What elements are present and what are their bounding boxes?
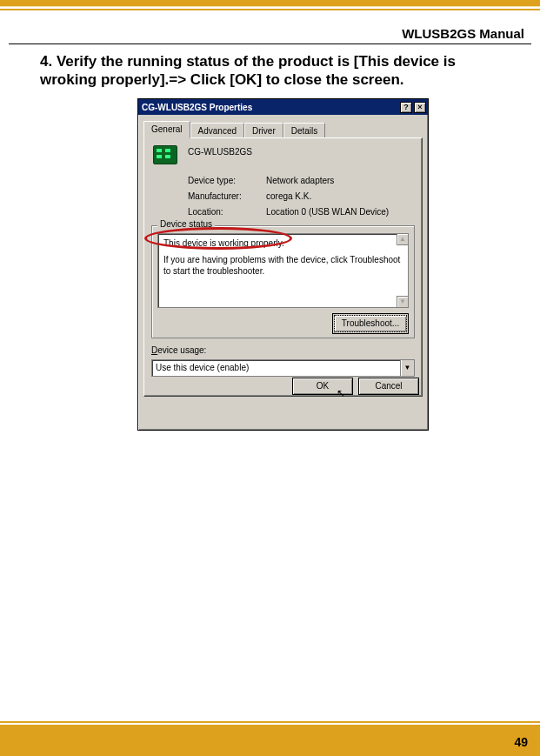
- cancel-button[interactable]: Cancel: [358, 378, 419, 395]
- tab-details[interactable]: Details: [283, 123, 326, 138]
- page-number: 49: [514, 735, 528, 749]
- tab-advanced[interactable]: Advanced: [190, 123, 244, 138]
- instruction-text: 4. Verify the running status of the prod…: [40, 52, 514, 90]
- header-rule: [9, 43, 531, 44]
- device-usage-select[interactable]: Use this device (enable) ▼: [151, 359, 415, 377]
- network-adapter-icon: [153, 145, 177, 164]
- device-usage-label: Device usage:: [151, 345, 206, 355]
- manual-title: WLUSB2GS Manual: [402, 26, 524, 41]
- device-status-textbox[interactable]: This device is working properly. If you …: [157, 233, 409, 308]
- close-button[interactable]: ×: [414, 102, 426, 113]
- scroll-up-icon[interactable]: ▲: [397, 233, 409, 245]
- tab-general[interactable]: General: [143, 121, 190, 138]
- top-border-band: [0, 0, 540, 7]
- tab-panel-general: CG-WLUSB2GS Device type: Network adapter…: [143, 137, 423, 397]
- device-name-label: CG-WLUSB2GS: [188, 147, 252, 157]
- chevron-down-icon[interactable]: ▼: [400, 360, 414, 376]
- troubleshoot-button[interactable]: Troubleshoot...: [334, 315, 407, 332]
- location-label: Location:: [188, 204, 266, 220]
- cursor-icon: ↖: [337, 385, 345, 401]
- device-type-label: Device type:: [188, 173, 266, 189]
- window-title: CG-WLUSB2GS Properties: [142, 103, 398, 112]
- manufacturer-label: Manufacturer:: [188, 189, 266, 204]
- location-value: Location 0 (USB WLAN Device): [266, 204, 389, 220]
- manual-page: WLUSB2GS Manual 4. Verify the running st…: [0, 0, 540, 756]
- bottom-border-line: [0, 721, 540, 723]
- device-info: Device type: Network adapters Manufactur…: [188, 173, 389, 220]
- help-button[interactable]: ?: [400, 102, 412, 113]
- titlebar[interactable]: CG-WLUSB2GS Properties ? ×: [138, 99, 428, 115]
- device-status-group: Device status This device is working pro…: [151, 225, 415, 338]
- device-type-value: Network adapters: [266, 173, 334, 189]
- tab-driver[interactable]: Driver: [244, 123, 283, 138]
- device-usage-value: Use this device (enable): [156, 363, 249, 372]
- device-status-line2: If you are having problems with the devi…: [163, 254, 404, 277]
- device-usage-label-post: evice usage:: [157, 345, 206, 355]
- device-status-caption: Device status: [157, 219, 215, 229]
- device-status-line1: This device is working properly.: [163, 238, 404, 249]
- scroll-down-icon[interactable]: ▼: [397, 296, 409, 308]
- ok-button-label: OK: [317, 381, 329, 391]
- dialog-actions: OK ↖ Cancel: [292, 378, 419, 395]
- top-border-line: [0, 9, 540, 10]
- tabstrip: General Advanced Driver Details: [143, 120, 423, 137]
- manufacturer-value: corega K.K.: [266, 189, 311, 204]
- dialog-body: General Advanced Driver Details CG-WLUSB…: [138, 115, 428, 402]
- ok-button[interactable]: OK ↖: [292, 378, 353, 395]
- properties-dialog: CG-WLUSB2GS Properties ? × General Advan…: [137, 98, 429, 431]
- bottom-border-band: 49: [0, 725, 540, 756]
